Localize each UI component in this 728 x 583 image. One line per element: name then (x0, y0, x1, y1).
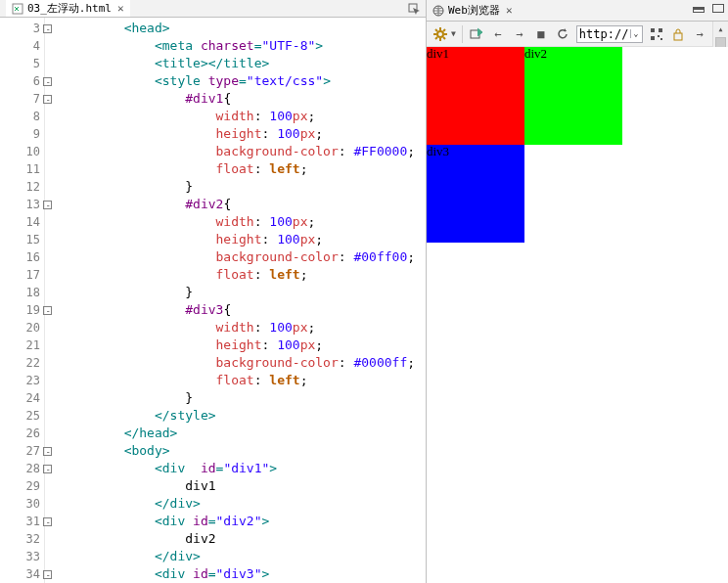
div3-label: div3 (427, 144, 449, 158)
svg-point-3 (437, 31, 443, 37)
svg-rect-13 (651, 28, 655, 32)
editor-panel: 03_左浮动.html ✕ 34567891011121314151617181… (0, 0, 427, 583)
go-to-url-icon[interactable] (469, 26, 484, 42)
minimize-icon[interactable] (693, 7, 705, 13)
div1-box: div1 (427, 47, 524, 145)
inspect-icon[interactable] (408, 3, 422, 17)
globe-icon (432, 5, 444, 17)
refresh-icon[interactable] (555, 26, 570, 42)
browser-tab[interactable]: Web浏览器 ✕ (432, 3, 513, 18)
editor-tab-label: 03_左浮动.html (27, 1, 112, 16)
back-icon[interactable]: ← (490, 26, 506, 42)
separator (462, 25, 463, 43)
div2-label: div2 (524, 46, 547, 61)
div2-box: div2 (524, 47, 622, 145)
code-area[interactable]: <head> <meta charset="UTF-8"> <title></t… (45, 18, 426, 583)
maximize-icon[interactable] (712, 4, 724, 13)
url-select[interactable]: http:// ⌄ (576, 25, 643, 43)
gear-icon[interactable] (432, 26, 448, 42)
html-file-icon (12, 3, 23, 15)
svg-rect-18 (674, 33, 682, 40)
browser-tab-bar: Web浏览器 ✕ (427, 0, 728, 22)
svg-line-10 (435, 37, 437, 39)
view-controls (693, 3, 724, 13)
chevron-down-icon[interactable]: ⌄ (630, 29, 640, 38)
div1-label: div1 (427, 46, 449, 61)
qr-icon[interactable] (649, 26, 664, 42)
scroll-up-icon[interactable]: ▴ (713, 22, 728, 37)
stop-icon[interactable]: ■ (533, 26, 549, 42)
goto-icon[interactable]: → (692, 26, 707, 42)
svg-rect-14 (659, 28, 662, 32)
editor-tab-bar: 03_左浮动.html ✕ (0, 0, 426, 18)
div3-box: div3 (427, 145, 524, 243)
svg-line-8 (435, 29, 437, 31)
forward-icon[interactable]: → (512, 26, 527, 42)
line-gutter[interactable]: 3456789101112131415161718192021222324252… (0, 18, 45, 583)
lock-icon[interactable] (670, 26, 686, 42)
svg-line-9 (443, 37, 445, 39)
ide-root: 03_左浮动.html ✕ 34567891011121314151617181… (0, 0, 728, 583)
svg-rect-16 (658, 35, 660, 37)
svg-rect-15 (651, 36, 655, 40)
browser-viewport: div1 div2 div3 (427, 47, 728, 583)
browser-toolbar: ▼ ← → ■ http:// ⌄ → (427, 22, 728, 47)
svg-line-11 (443, 29, 445, 31)
editor-tab[interactable]: 03_左浮动.html ✕ (6, 0, 130, 17)
editor-body: 3456789101112131415161718192021222324252… (0, 18, 426, 583)
svg-rect-17 (660, 38, 662, 40)
svg-rect-0 (13, 4, 23, 14)
close-tab-icon[interactable]: ✕ (506, 4, 513, 17)
dropdown-icon[interactable]: ▼ (451, 29, 456, 38)
browser-tab-label: Web浏览器 (448, 3, 500, 18)
url-scheme: http:// (579, 27, 629, 41)
close-tab-icon[interactable]: ✕ (117, 2, 124, 15)
browser-panel: Web浏览器 ✕ ▼ ← → ■ http:// ⌄ (427, 0, 728, 583)
